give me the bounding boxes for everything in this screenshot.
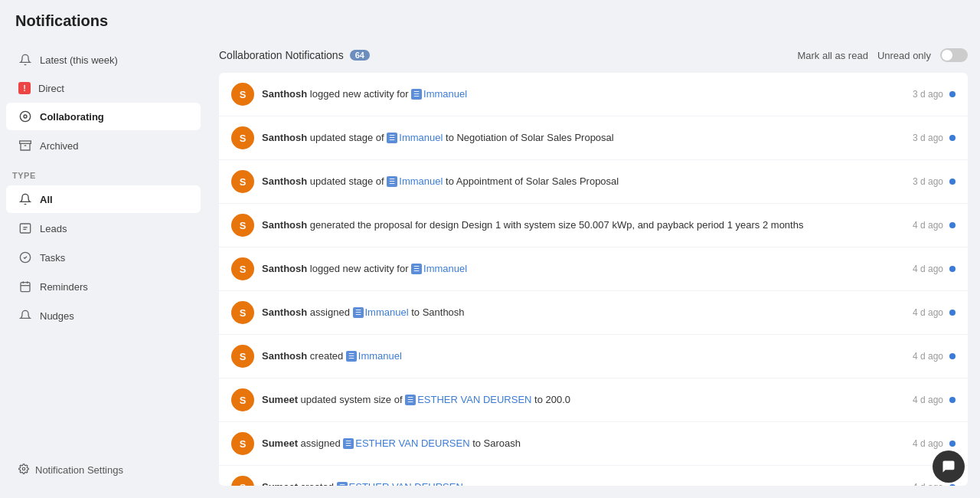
type-section-title: Type: [0, 160, 207, 185]
sidebar-item-reminders[interactable]: Reminders: [6, 273, 201, 300]
unread-dot: [949, 91, 956, 97]
sidebar-item-reminders-label: Reminders: [40, 281, 88, 293]
page-title: Notifications: [15, 12, 965, 30]
header-actions: Mark all as read Unread only: [797, 48, 968, 62]
unread-dot: [949, 222, 956, 228]
notification-row[interactable]: SSanthosh updated stage of ☰Immanuel to …: [219, 160, 968, 204]
sidebar-item-tasks-label: Tasks: [40, 252, 65, 264]
unread-dot: [949, 266, 956, 272]
lead-icon: ☰: [387, 133, 397, 143]
leads-icon: [18, 221, 32, 235]
lead-icon: ☰: [387, 176, 397, 187]
sidebar-item-tasks[interactable]: Tasks: [6, 244, 201, 271]
notification-row[interactable]: SSanthosh assigned ☰Immanuel to Santhosh…: [219, 291, 968, 335]
notification-row[interactable]: SSanthosh logged new activity for ☰Imman…: [219, 247, 968, 291]
tasks-icon: [18, 251, 32, 264]
chat-button[interactable]: [933, 450, 965, 483]
notification-count-badge: 64: [350, 50, 370, 61]
notification-meta: 4 d ago: [913, 220, 956, 231]
sidebar-item-latest[interactable]: Latest (this week): [6, 46, 201, 74]
unread-dot: [949, 397, 956, 403]
lead-link[interactable]: Immanuel: [399, 175, 443, 187]
lead-link[interactable]: ESTHER VAN DEURSEN: [417, 394, 531, 405]
unread-dot: [949, 179, 956, 185]
nudges-icon: [18, 309, 32, 323]
unread-dot: [949, 484, 956, 486]
lead-link[interactable]: Immanuel: [399, 132, 443, 143]
lead-icon: ☰: [411, 89, 422, 100]
direct-icon: !: [18, 82, 31, 94]
lead-link[interactable]: Immanuel: [423, 88, 467, 100]
bell-icon: [18, 53, 32, 67]
lead-link[interactable]: Immanuel: [423, 263, 467, 274]
notification-row[interactable]: SSanthosh logged new activity for ☰Imman…: [219, 73, 968, 116]
svg-rect-4: [20, 224, 30, 233]
lead-icon: ☰: [411, 264, 422, 274]
unread-only-toggle[interactable]: [940, 48, 968, 62]
lead-icon: ☰: [405, 395, 416, 405]
sidebar-item-latest-label: Latest (this week): [40, 54, 118, 66]
notification-text: Santhosh generated the proposal for desi…: [262, 218, 905, 232]
notification-text: Santhosh logged new activity for ☰Immanu…: [262, 262, 905, 276]
lead-icon: ☰: [346, 351, 357, 362]
svg-point-0: [20, 111, 30, 121]
sidebar-item-archived[interactable]: Archived: [6, 132, 201, 159]
sidebar: Latest (this week) ! Direct Collaboratin…: [0, 38, 207, 498]
sidebar-item-collaborating[interactable]: Collaborating: [6, 103, 201, 130]
notification-text: Sumeet assigned ☰ESTHER VAN DEURSEN to S…: [262, 437, 905, 450]
lead-link[interactable]: ESTHER VAN DEURSEN: [349, 481, 463, 486]
notification-meta: 3 d ago: [913, 89, 956, 100]
notification-time: 4 d ago: [913, 438, 943, 449]
notification-settings[interactable]: Notification Settings: [6, 457, 201, 483]
notification-time: 4 d ago: [913, 395, 943, 405]
svg-point-12: [22, 467, 25, 470]
notification-row[interactable]: SSanthosh generated the proposal for des…: [219, 204, 968, 247]
sidebar-item-direct[interactable]: ! Direct: [6, 75, 201, 101]
avatar: S: [231, 126, 254, 149]
sidebar-item-leads[interactable]: Leads: [6, 215, 201, 242]
sidebar-item-direct-label: Direct: [38, 83, 64, 94]
notification-text: Santhosh assigned ☰Immanuel to Santhosh: [262, 306, 905, 319]
sidebar-item-all[interactable]: All: [6, 185, 201, 213]
notification-row[interactable]: SSumeet assigned ☰ESTHER VAN DEURSEN to …: [219, 422, 968, 466]
svg-rect-2: [20, 141, 31, 143]
lead-link[interactable]: Immanuel: [365, 306, 409, 318]
notification-text: Santhosh updated stage of ☰Immanuel to N…: [262, 131, 905, 145]
sidebar-item-nudges[interactable]: Nudges: [6, 302, 201, 329]
mark-all-read-button[interactable]: Mark all as read: [797, 50, 867, 61]
lead-icon: ☰: [353, 307, 364, 318]
notification-row[interactable]: SSumeet created ☰ESTHER VAN DEURSEN4 d a…: [219, 466, 968, 486]
notification-text: Santhosh logged new activity for ☰Immanu…: [262, 87, 905, 101]
lead-link[interactable]: ESTHER VAN DEURSEN: [355, 437, 469, 449]
notification-time: 4 d ago: [913, 220, 943, 231]
notification-row[interactable]: SSanthosh created ☰Immanuel4 d ago: [219, 335, 968, 378]
collaborating-icon: [18, 110, 32, 123]
avatar: S: [231, 214, 254, 237]
toggle-knob: [942, 50, 952, 61]
notification-text: Sumeet updated system size of ☰ESTHER VA…: [262, 393, 905, 407]
svg-point-1: [24, 115, 27, 118]
settings-icon: [18, 464, 29, 477]
notification-row[interactable]: SSumeet updated system size of ☰ESTHER V…: [219, 378, 968, 422]
notification-time: 3 d ago: [913, 133, 943, 143]
lead-link[interactable]: Immanuel: [358, 350, 402, 362]
notification-time: 4 d ago: [913, 351, 943, 362]
notification-meta: 4 d ago: [913, 438, 956, 449]
sidebar-item-leads-label: Leads: [40, 223, 67, 234]
notification-area-title: Collaboration Notifications: [219, 49, 344, 61]
unread-dot: [949, 441, 956, 447]
notification-time: 4 d ago: [913, 307, 943, 318]
notification-row[interactable]: SSanthosh updated stage of ☰Immanuel to …: [219, 116, 968, 160]
notification-meta: 4 d ago: [913, 351, 956, 362]
sidebar-item-collaborating-label: Collaborating: [40, 111, 104, 123]
notification-settings-label: Notification Settings: [35, 464, 123, 476]
notification-time: 3 d ago: [913, 176, 943, 187]
notification-text: Santhosh created ☰Immanuel: [262, 349, 905, 363]
unread-dot: [949, 135, 956, 141]
sidebar-item-all-label: All: [40, 194, 53, 205]
sidebar-item-archived-label: Archived: [40, 140, 79, 152]
notification-meta: 3 d ago: [913, 133, 956, 143]
lead-icon: ☰: [337, 482, 348, 486]
archive-icon: [18, 139, 32, 152]
svg-rect-8: [21, 283, 30, 292]
